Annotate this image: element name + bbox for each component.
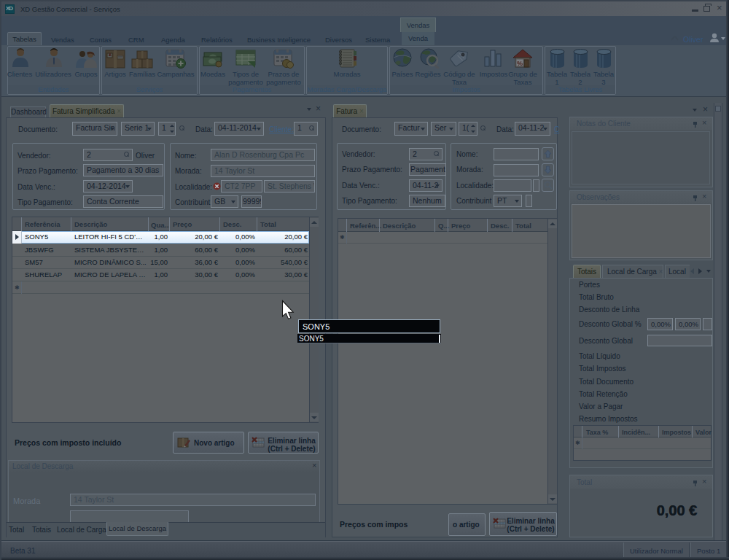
svg-text:%: %	[517, 60, 523, 67]
